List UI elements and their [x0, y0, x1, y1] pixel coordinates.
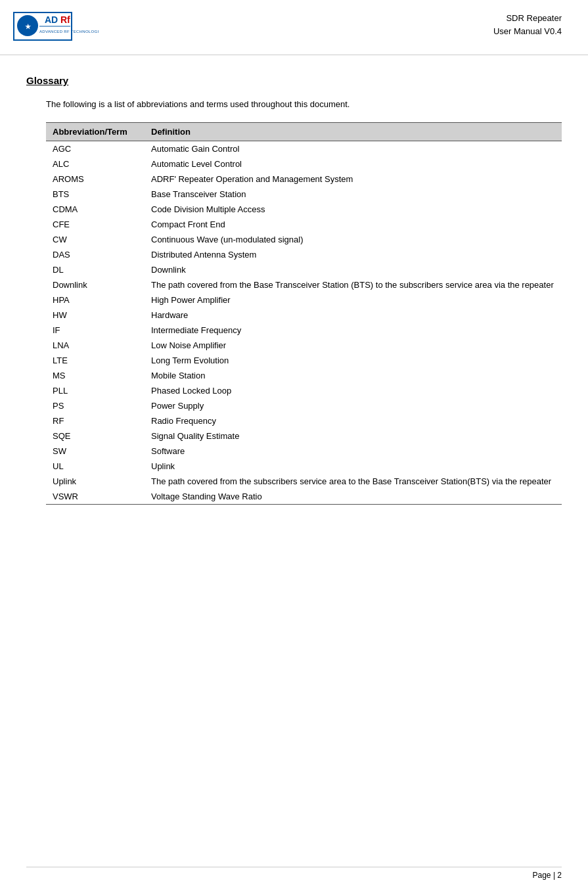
cell-def: Continuous Wave (un-modulated signal): [145, 232, 562, 247]
cell-abbr: DL: [46, 262, 145, 277]
table-row: SWSoftware: [46, 444, 562, 459]
table-row: IFIntermediate Frequency: [46, 323, 562, 338]
col-header-abbr: Abbreviation/Term: [46, 123, 145, 141]
table-row: CWContinuous Wave (un-modulated signal): [46, 232, 562, 247]
cell-def: The path covered from the Base Transceiv…: [145, 277, 562, 292]
cell-def: Automatic Level Control: [145, 156, 562, 172]
cell-def: Software: [145, 444, 562, 459]
table-row: PSPower Supply: [46, 398, 562, 413]
cell-def: Code Division Multiple Access: [145, 202, 562, 217]
table-row: AROMSADRF' Repeater Operation and Manage…: [46, 172, 562, 187]
cell-def: Uplink: [145, 459, 562, 474]
table-row: DASDistributed Antenna System: [46, 247, 562, 262]
cell-def: Compact Front End: [145, 217, 562, 232]
page-footer: Page | 2: [26, 867, 562, 880]
cell-abbr: HW: [46, 308, 145, 323]
cell-abbr: HPA: [46, 292, 145, 308]
cell-abbr: CFE: [46, 217, 145, 232]
cell-abbr: MS: [46, 368, 145, 383]
cell-abbr: UL: [46, 459, 145, 474]
cell-def: Intermediate Frequency: [145, 323, 562, 338]
cell-abbr: LTE: [46, 353, 145, 368]
table-row: LTELong Term Evolution: [46, 353, 562, 368]
cell-abbr: ALC: [46, 156, 145, 172]
logo-area: ★ AD Rf ADVANCED RF TECHNOLOGIES: [13, 12, 99, 48]
section-title: Glossary: [26, 75, 562, 86]
cell-abbr: PS: [46, 398, 145, 413]
cell-abbr: BTS: [46, 187, 145, 202]
cell-def: Voltage Standing Wave Ratio: [145, 489, 562, 505]
table-row: ALCAutomatic Level Control: [46, 156, 562, 172]
table-row: UplinkThe path covered from the subscrib…: [46, 474, 562, 489]
table-row: CDMACode Division Multiple Access: [46, 202, 562, 217]
adrf-logo: ★ AD Rf ADVANCED RF TECHNOLOGIES: [13, 12, 99, 48]
cell-def: Distributed Antenna System: [145, 247, 562, 262]
svg-text:Rf: Rf: [60, 14, 70, 25]
cell-def: Base Transceiver Station: [145, 187, 562, 202]
cell-def: The path covered from the subscribers se…: [145, 474, 562, 489]
table-row: VSWRVoltage Standing Wave Ratio: [46, 489, 562, 505]
svg-text:AD: AD: [45, 14, 58, 25]
header: ★ AD Rf ADVANCED RF TECHNOLOGIES SDR Rep…: [0, 0, 588, 55]
table-row: HWHardware: [46, 308, 562, 323]
table-row: PLLPhased Locked Loop: [46, 383, 562, 398]
cell-abbr: PLL: [46, 383, 145, 398]
table-row: HPAHigh Power Amplifier: [46, 292, 562, 308]
table-row: MSMobile Station: [46, 368, 562, 383]
col-header-def: Definition: [145, 123, 562, 141]
cell-def: Automatic Gain Control: [145, 141, 562, 157]
table-row: RFRadio Frequency: [46, 413, 562, 428]
cell-abbr: VSWR: [46, 489, 145, 505]
page-container: ★ AD Rf ADVANCED RF TECHNOLOGIES SDR Rep…: [0, 0, 588, 893]
cell-def: Mobile Station: [145, 368, 562, 383]
table-row: DownlinkThe path covered from the Base T…: [46, 277, 562, 292]
intro-text: The following is a list of abbreviations…: [46, 99, 562, 109]
cell-def: Downlink: [145, 262, 562, 277]
cell-def: Signal Quality Estimate: [145, 428, 562, 444]
cell-abbr: AROMS: [46, 172, 145, 187]
table-row: BTSBase Transceiver Station: [46, 187, 562, 202]
cell-abbr: Downlink: [46, 277, 145, 292]
table-row: AGCAutomatic Gain Control: [46, 141, 562, 157]
cell-def: Power Supply: [145, 398, 562, 413]
cell-abbr: DAS: [46, 247, 145, 262]
header-title-area: SDR Repeater User Manual V0.4: [493, 12, 562, 37]
table-row: ULUplink: [46, 459, 562, 474]
cell-def: Phased Locked Loop: [145, 383, 562, 398]
cell-def: Hardware: [145, 308, 562, 323]
page-number: Page | 2: [533, 871, 562, 880]
cell-abbr: Uplink: [46, 474, 145, 489]
cell-def: High Power Amplifier: [145, 292, 562, 308]
table-header-row: Abbreviation/Term Definition: [46, 123, 562, 141]
cell-abbr: SW: [46, 444, 145, 459]
cell-def: Long Term Evolution: [145, 353, 562, 368]
content-area: Glossary The following is a list of abbr…: [0, 55, 588, 531]
header-title-line1: SDR Repeater: [493, 12, 562, 25]
cell-abbr: RF: [46, 413, 145, 428]
cell-abbr: IF: [46, 323, 145, 338]
cell-abbr: AGC: [46, 141, 145, 157]
cell-def: Radio Frequency: [145, 413, 562, 428]
cell-abbr: SQE: [46, 428, 145, 444]
header-title-line2: User Manual V0.4: [493, 25, 562, 38]
table-row: DLDownlink: [46, 262, 562, 277]
cell-abbr: CW: [46, 232, 145, 247]
table-row: LNALow Noise Amplifier: [46, 338, 562, 353]
cell-abbr: CDMA: [46, 202, 145, 217]
glossary-table: Abbreviation/Term Definition AGCAutomati…: [46, 122, 562, 505]
cell-def: ADRF' Repeater Operation and Management …: [145, 172, 562, 187]
svg-text:★: ★: [25, 23, 32, 30]
cell-def: Low Noise Amplifier: [145, 338, 562, 353]
table-row: SQESignal Quality Estimate: [46, 428, 562, 444]
cell-abbr: LNA: [46, 338, 145, 353]
table-row: CFECompact Front End: [46, 217, 562, 232]
svg-text:ADVANCED RF TECHNOLOGIES: ADVANCED RF TECHNOLOGIES: [39, 30, 99, 34]
